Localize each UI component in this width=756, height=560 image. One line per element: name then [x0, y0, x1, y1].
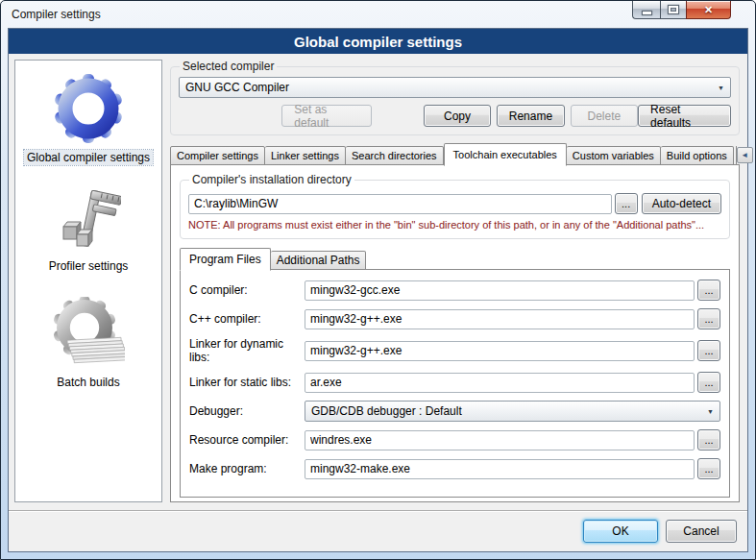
- browse-resource-compiler-button[interactable]: ...: [697, 429, 720, 450]
- sidebar-item-profiler-settings[interactable]: Profiler settings: [46, 188, 132, 274]
- rename-button[interactable]: Rename: [497, 105, 565, 127]
- sidebar-item-label: Global compiler settings: [24, 150, 153, 165]
- copy-button[interactable]: Copy: [424, 105, 491, 127]
- tab-scroll-controls: ◄ ►: [737, 147, 756, 165]
- window-controls: ✕: [632, 1, 731, 19]
- debugger-select[interactable]: GDB/CDB debugger : Default ▼: [305, 401, 720, 422]
- tab-linker-settings[interactable]: Linker settings: [265, 146, 346, 165]
- close-icon: ✕: [704, 5, 713, 15]
- main-panel: Selected compiler GNU GCC Compiler ▼ Set…: [170, 60, 740, 502]
- blue-gear-icon: [52, 72, 125, 145]
- cpp-compiler-input[interactable]: [305, 309, 695, 329]
- chevron-down-icon: ▼: [712, 85, 724, 91]
- footer: OK Cancel: [9, 512, 747, 551]
- field-label: Linker for static libs:: [189, 376, 305, 389]
- field-row-debugger: Debugger: GDB/CDB debugger : Default ▼: [189, 401, 720, 422]
- browse-make-program-button[interactable]: ...: [697, 458, 720, 479]
- minimize-button[interactable]: [632, 1, 660, 19]
- make-program-input[interactable]: [305, 459, 695, 479]
- maximize-button[interactable]: [660, 1, 686, 19]
- browse-dynamic-linker-button[interactable]: ...: [697, 340, 720, 361]
- program-files-panel: C compiler: ... C++ compiler: ... Linker…: [180, 269, 730, 498]
- compiler-actions: Set as default Copy Rename Delete Reset …: [179, 105, 731, 127]
- ellipsis-icon: ...: [704, 286, 713, 294]
- caliper-icon: [56, 188, 121, 254]
- resource-compiler-input[interactable]: [305, 430, 695, 450]
- field-row-static-linker: Linker for static libs: ...: [189, 372, 720, 393]
- field-label: Resource compiler:: [189, 433, 305, 447]
- installation-directory-input[interactable]: [188, 194, 612, 214]
- page-title: Global compiler settings: [9, 29, 747, 54]
- ellipsis-icon: ...: [704, 315, 713, 323]
- tab-custom-variables[interactable]: Custom variables: [567, 146, 661, 165]
- sidebar-item-batch-builds[interactable]: Batch builds: [52, 297, 125, 390]
- field-row-resource-compiler: Resource compiler: ...: [189, 429, 720, 450]
- field-label: C compiler:: [189, 283, 305, 297]
- ellipsis-icon: ...: [704, 378, 713, 386]
- arrow-left-icon: ◄: [741, 151, 748, 159]
- content: Global compiler settings: [9, 54, 747, 506]
- installation-directory-group: Compiler's installation directory ... Au…: [180, 173, 730, 239]
- compiler-select[interactable]: GNU GCC Compiler ▼: [179, 77, 731, 98]
- debugger-select-value: GDB/CDB debugger : Default: [311, 404, 462, 418]
- toolchain-executables-panel: Compiler's installation directory ... Au…: [170, 164, 740, 502]
- ok-button[interactable]: OK: [583, 520, 658, 543]
- cancel-button[interactable]: Cancel: [666, 520, 737, 543]
- settings-category-list: Global compiler settings: [14, 60, 162, 502]
- delete-button[interactable]: Delete: [571, 105, 638, 127]
- window-title: Compiler settings: [12, 8, 101, 21]
- settings-tabs: Compiler settings Linker settings Search…: [170, 142, 740, 165]
- field-row-c-compiler: C compiler: ...: [189, 280, 720, 301]
- note-text: NOTE: All programs must exist either in …: [188, 219, 721, 231]
- tab-program-files[interactable]: Program Files: [180, 248, 271, 271]
- sidebar-item-global-compiler-settings[interactable]: Global compiler settings: [24, 72, 153, 165]
- tab-toolchain-executables[interactable]: Toolchain executables: [444, 143, 567, 166]
- field-row-dynamic-linker: Linker for dynamic libs: ...: [189, 337, 720, 364]
- field-label: Debugger:: [189, 404, 305, 418]
- close-button[interactable]: ✕: [686, 1, 731, 19]
- titlebar[interactable]: Compiler settings ✕: [1, 1, 755, 28]
- reset-defaults-button[interactable]: Reset defaults: [638, 105, 731, 127]
- browse-static-linker-button[interactable]: ...: [697, 372, 720, 393]
- tab-scroll-left-button[interactable]: ◄: [737, 147, 753, 163]
- ellipsis-icon: ...: [704, 465, 713, 473]
- browse-directory-button[interactable]: ...: [615, 193, 638, 214]
- tab-compiler-settings[interactable]: Compiler settings: [170, 146, 265, 165]
- dynamic-linker-input[interactable]: [305, 341, 695, 361]
- maximize-icon: [669, 6, 678, 13]
- sidebar-item-label: Profiler settings: [46, 258, 132, 274]
- selected-compiler-group: Selected compiler GNU GCC Compiler ▼ Set…: [170, 60, 740, 135]
- compiler-select-value: GNU GCC Compiler: [185, 81, 289, 94]
- browse-cpp-compiler-button[interactable]: ...: [697, 308, 720, 329]
- field-row-make-program: Make program: ...: [189, 458, 720, 479]
- tab-build-options[interactable]: Build options: [661, 146, 734, 165]
- ellipsis-icon: ...: [704, 347, 713, 354]
- sidebar-item-label: Batch builds: [54, 375, 122, 390]
- field-label: Linker for dynamic libs:: [189, 337, 305, 364]
- dialog-body: Global compiler settings: [8, 28, 748, 552]
- gray-gear-papers-icon: [52, 297, 125, 370]
- tab-search-directories[interactable]: Search directories: [346, 146, 444, 165]
- compiler-settings-window: Compiler settings ✕ Global compiler sett…: [0, 0, 756, 560]
- static-linker-input[interactable]: [305, 373, 695, 393]
- auto-detect-button[interactable]: Auto-detect: [642, 193, 721, 214]
- program-tabs: Program Files Additional Paths: [180, 248, 730, 270]
- ellipsis-icon: ...: [622, 200, 630, 207]
- ellipsis-icon: ...: [704, 436, 713, 444]
- chevron-down-icon: ▼: [701, 408, 714, 415]
- tab-additional-paths[interactable]: Additional Paths: [271, 251, 367, 270]
- field-label: C++ compiler:: [189, 312, 305, 326]
- browse-c-compiler-button[interactable]: ...: [697, 280, 720, 301]
- c-compiler-input[interactable]: [305, 280, 695, 301]
- set-as-default-button[interactable]: Set as default: [281, 105, 372, 127]
- minimize-icon: [643, 12, 651, 14]
- group-legend: Compiler's installation directory: [189, 173, 354, 186]
- group-legend: Selected compiler: [180, 60, 277, 73]
- field-label: Make program:: [189, 462, 305, 475]
- field-row-cpp-compiler: C++ compiler: ...: [189, 308, 720, 329]
